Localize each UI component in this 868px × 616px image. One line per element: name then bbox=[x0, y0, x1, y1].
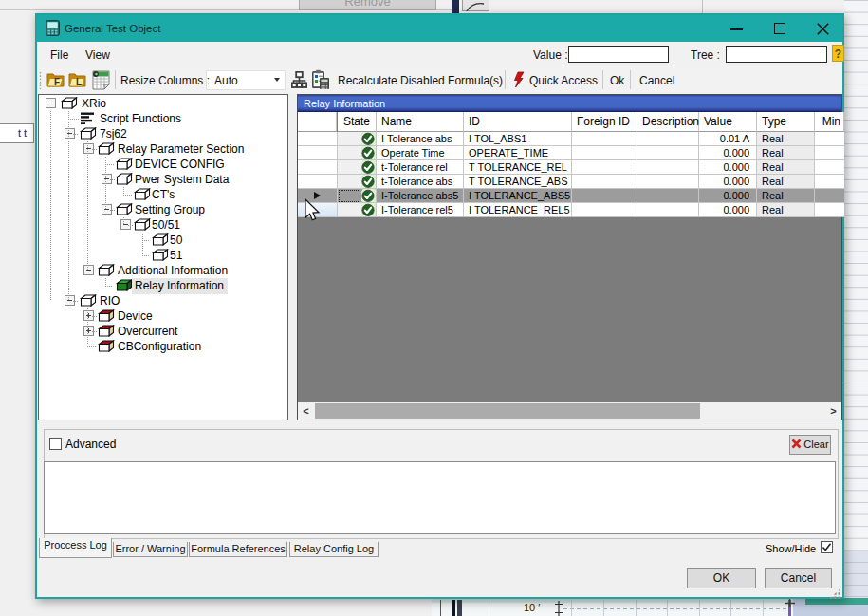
svg-text:F: F bbox=[54, 77, 60, 87]
svg-text:L: L bbox=[76, 77, 82, 87]
